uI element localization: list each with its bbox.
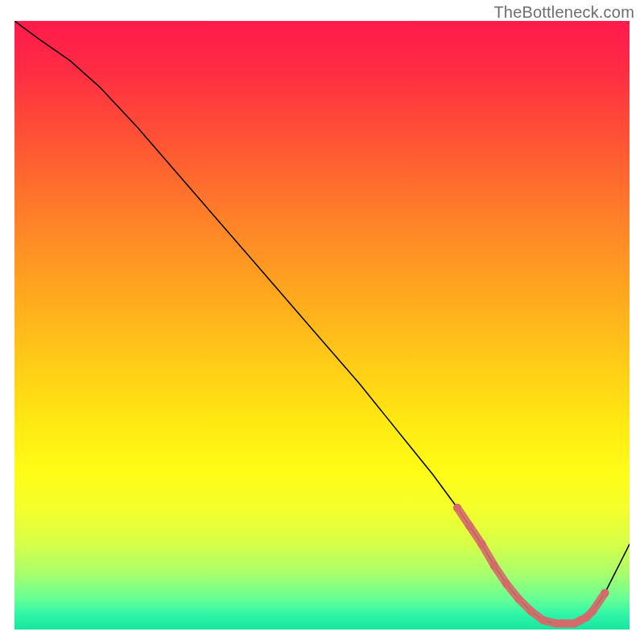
svg-point-3 [478,540,486,548]
chart-foreground [14,21,630,630]
svg-point-6 [514,595,522,603]
curve-line [14,21,630,623]
svg-point-2 [465,522,473,530]
svg-point-15 [588,607,597,615]
svg-point-16 [601,589,609,597]
plot-area [14,21,630,630]
highlight-dots [453,504,609,628]
svg-point-8 [539,617,547,625]
svg-point-7 [527,607,535,615]
svg-point-4 [490,562,498,570]
watermark-text: TheBottleneck.com [493,3,634,22]
svg-point-1 [453,504,461,512]
svg-point-14 [583,613,591,621]
chart-container: TheBottleneck.com [0,0,644,644]
svg-point-5 [502,580,510,588]
